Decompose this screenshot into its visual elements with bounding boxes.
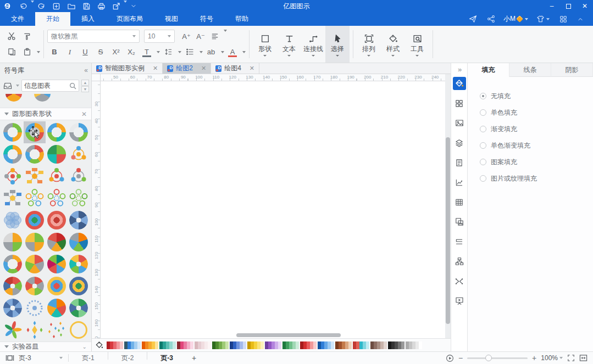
send-icon[interactable] bbox=[464, 15, 482, 23]
bottom-section-collapse-icon[interactable] bbox=[4, 345, 9, 348]
color-swatch[interactable] bbox=[419, 341, 422, 349]
symbol-item[interactable] bbox=[24, 121, 46, 143]
close-tab-icon[interactable]: ✕ bbox=[250, 65, 254, 72]
format-caret[interactable] bbox=[178, 51, 181, 53]
export-caret[interactable] bbox=[124, 1, 127, 3]
symbol-item[interactable] bbox=[46, 253, 68, 275]
image-icon[interactable] bbox=[453, 116, 466, 130]
zoom-level[interactable]: 100% bbox=[541, 354, 563, 362]
panel-tab-2[interactable]: 线条 bbox=[509, 63, 551, 77]
font-size-btn-0[interactable]: A⁺ bbox=[179, 30, 193, 43]
collapse-quickbar-icon[interactable] bbox=[127, 1, 140, 12]
format-caret[interactable] bbox=[242, 51, 246, 53]
color-swatch[interactable] bbox=[137, 341, 141, 349]
symbol-item[interactable] bbox=[2, 253, 24, 275]
symbol-item[interactable] bbox=[2, 319, 24, 341]
format-painter-button[interactable] bbox=[20, 30, 34, 43]
color-swatch[interactable] bbox=[190, 341, 193, 349]
symbol-item[interactable] bbox=[46, 319, 68, 341]
radio-selected[interactable] bbox=[480, 93, 486, 99]
shape-caret[interactable] bbox=[263, 55, 267, 57]
format-btn-A[interactable]: A bbox=[225, 46, 240, 59]
fit-width-icon[interactable] bbox=[579, 354, 588, 362]
library-bottom-section-header[interactable]: 实验器皿 ⌄ bbox=[0, 341, 91, 351]
maximize-button[interactable] bbox=[560, 0, 577, 12]
format-btn-T[interactable]: T bbox=[140, 46, 154, 59]
page-selector[interactable]: 页-3 bbox=[19, 354, 67, 363]
format-btn-ab[interactable]: ab bbox=[204, 46, 218, 59]
symbol-item[interactable] bbox=[68, 165, 90, 187]
paste-button[interactable] bbox=[20, 46, 34, 59]
tools-caret[interactable] bbox=[415, 55, 419, 57]
symbol-item[interactable] bbox=[2, 297, 24, 319]
font-size-select[interactable]: 10 bbox=[144, 30, 175, 43]
radio-unselected[interactable] bbox=[480, 142, 486, 149]
collapse-library-icon[interactable]: « bbox=[84, 66, 87, 74]
library-search-input[interactable] bbox=[24, 82, 69, 89]
fill-bucket-icon[interactable] bbox=[95, 341, 103, 349]
drawer-caret[interactable] bbox=[16, 85, 19, 87]
symbol-item[interactable] bbox=[24, 165, 46, 187]
library-drawer-icon[interactable] bbox=[3, 82, 12, 89]
new-document-icon[interactable] bbox=[49, 1, 64, 12]
symbol-item[interactable] bbox=[46, 121, 68, 143]
panel-tab-1[interactable]: 填充 bbox=[468, 63, 509, 77]
format-btn-S[interactable]: S bbox=[93, 46, 108, 59]
menu-tab-1[interactable]: 文件 bbox=[0, 12, 35, 26]
align-caret[interactable] bbox=[224, 30, 227, 32]
color-swatch[interactable] bbox=[225, 341, 229, 349]
menu-tab-2[interactable]: 开始 bbox=[35, 12, 70, 26]
menu-tab-5[interactable]: 视图 bbox=[154, 12, 189, 26]
format-btn-X²[interactable]: X² bbox=[109, 46, 123, 59]
radio-unselected[interactable] bbox=[480, 175, 486, 182]
vertical-scrollbar[interactable] bbox=[446, 137, 450, 324]
symbol-item[interactable] bbox=[46, 231, 68, 253]
layers-icon[interactable] bbox=[453, 136, 466, 149]
symbol-item-partial[interactable] bbox=[63, 94, 79, 108]
presentation-play-icon[interactable] bbox=[446, 354, 454, 362]
symbol-item[interactable] bbox=[68, 319, 90, 341]
note-icon[interactable] bbox=[453, 156, 466, 169]
page-tab-3[interactable]: 页-3 bbox=[148, 352, 185, 364]
fill-option-2[interactable]: 单色填充 bbox=[480, 104, 593, 121]
symbol-item[interactable] bbox=[2, 143, 24, 165]
menu-tab-4[interactable]: 页面布局 bbox=[106, 12, 154, 26]
format-btn-U[interactable]: U bbox=[78, 46, 92, 59]
connector-caret[interactable] bbox=[312, 55, 315, 57]
symbol-item[interactable] bbox=[68, 253, 90, 275]
fill-option-6[interactable]: 图片或纹理填充 bbox=[480, 170, 593, 187]
export-icon[interactable] bbox=[109, 1, 124, 12]
symbol-item[interactable] bbox=[24, 253, 46, 275]
menu-tab-3[interactable]: 插入 bbox=[70, 12, 106, 26]
font-size-btn-1[interactable]: A⁻ bbox=[193, 30, 208, 43]
color-swatch[interactable] bbox=[208, 341, 211, 349]
fill-option-3[interactable]: 渐变填充 bbox=[480, 121, 593, 137]
fill-option-1[interactable]: 无填充 bbox=[480, 88, 593, 104]
replace-image-icon[interactable] bbox=[453, 215, 466, 228]
format-caret[interactable] bbox=[157, 51, 160, 53]
format-caret[interactable] bbox=[221, 51, 224, 53]
components-icon[interactable] bbox=[453, 97, 466, 110]
color-swatch[interactable] bbox=[313, 341, 317, 349]
scroll-down-icon[interactable]: ▼ bbox=[81, 86, 89, 92]
expand-panel-icon[interactable]: » bbox=[458, 65, 461, 74]
symbol-item[interactable] bbox=[46, 143, 68, 165]
symbol-item[interactable] bbox=[24, 187, 46, 209]
format-btn-list-icon[interactable] bbox=[182, 46, 197, 59]
symbol-item[interactable] bbox=[68, 143, 90, 165]
symbol-item[interactable] bbox=[68, 275, 90, 297]
cut-button[interactable] bbox=[4, 30, 19, 43]
drawing-page[interactable] bbox=[101, 81, 445, 338]
distribute-icon[interactable] bbox=[453, 275, 466, 288]
apps-icon[interactable] bbox=[555, 15, 572, 23]
fullscreen-icon[interactable] bbox=[567, 354, 575, 362]
radio-unselected[interactable] bbox=[480, 159, 486, 165]
outline-icon[interactable] bbox=[453, 235, 466, 248]
format-btn-I[interactable]: I bbox=[63, 46, 77, 59]
color-swatch[interactable] bbox=[261, 341, 264, 349]
theme-caret[interactable] bbox=[546, 18, 550, 20]
page-panel-icon[interactable] bbox=[5, 354, 14, 362]
tool-arrange-button[interactable]: 排列 bbox=[357, 26, 381, 63]
theme-icon[interactable] bbox=[531, 15, 555, 23]
zoom-slider-thumb[interactable] bbox=[485, 355, 492, 361]
